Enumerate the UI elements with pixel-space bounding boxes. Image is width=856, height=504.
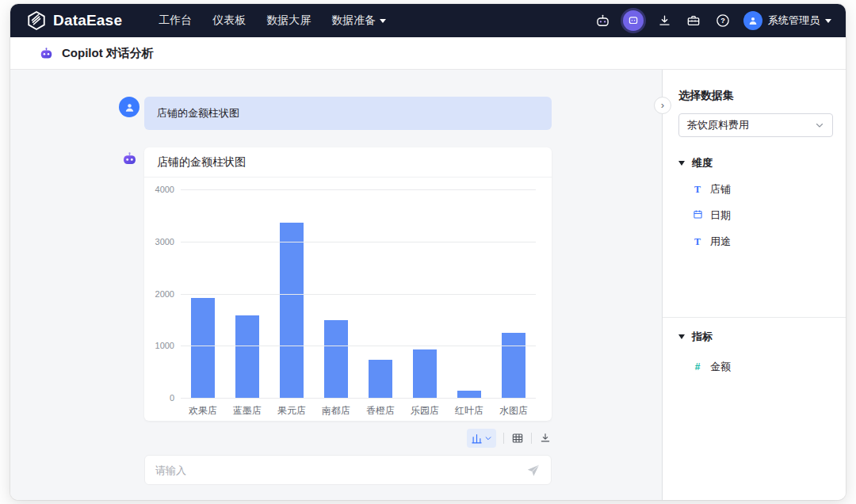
copilot-chat-icon[interactable] (623, 10, 644, 31)
x-axis-tick-label: 果元店 (269, 404, 314, 418)
caret-down-icon (678, 334, 685, 339)
chart-bars (181, 190, 536, 399)
y-axis-tick-label: 4000 (155, 185, 174, 194)
top-navbar: DataEase 工作台 仪表板 数据大屏 数据准备 ? (10, 4, 846, 37)
nav-workbench[interactable]: 工作台 (159, 13, 192, 28)
chart-gridline: 1000 (181, 346, 536, 346)
chat-panel: 店铺的金额柱状图 店铺的金额柱状图 01000200030004000 欢果店蓝… (10, 70, 662, 500)
assistant-message-row: 店铺的金额柱状图 01000200030004000 欢果店蓝墨店果元店南都店香… (119, 147, 662, 421)
dimension-field: T 店铺 (692, 182, 833, 197)
toolbar-divider (503, 433, 504, 444)
chevron-down-icon (815, 120, 824, 130)
measures-section-header[interactable]: 指标 (678, 330, 833, 344)
sidebar-divider (663, 317, 846, 318)
y-axis-tick-label: 1000 (155, 341, 174, 350)
help-icon[interactable]: ? (714, 12, 732, 29)
copilot-robot-icon (39, 46, 54, 61)
text-field-icon: T (692, 184, 703, 196)
chart-bar[interactable] (235, 315, 259, 399)
top-actions: ? 系统管理员 (594, 10, 831, 31)
caret-down-icon (678, 161, 685, 166)
x-axis-tick-label: 南都店 (314, 404, 358, 418)
y-axis-tick-label: 2000 (155, 289, 174, 299)
bar-slot (358, 190, 403, 399)
dimensions-section-header[interactable]: 维度 (678, 156, 833, 170)
x-axis-tick-label: 水图店 (491, 404, 536, 418)
chart-bar[interactable] (369, 360, 392, 399)
chart-type-button[interactable] (467, 429, 496, 448)
dataset-select-label: 选择数据集 (678, 89, 833, 103)
toolbar-divider (531, 433, 532, 444)
user-name: 系统管理员 (768, 13, 820, 28)
user-avatar (743, 11, 762, 30)
user-message-row: 店铺的金额柱状图 (119, 97, 662, 130)
bar-chart: 01000200030004000 欢果店蓝墨店果元店南都店香橙店乐园店红叶店水… (144, 178, 552, 421)
bar-slot (491, 190, 536, 399)
measure-field: # 金额 (692, 360, 833, 374)
app-window: DataEase 工作台 仪表板 数据大屏 数据准备 ? (10, 4, 846, 500)
brand-logo[interactable]: DataEase (26, 10, 122, 31)
chart-bar[interactable] (280, 223, 304, 399)
chat-input-bar (144, 455, 552, 485)
chevron-down-icon (484, 434, 492, 442)
bar-slot (447, 190, 491, 399)
user-menu[interactable]: 系统管理员 (743, 11, 831, 30)
user-avatar (119, 97, 139, 117)
chat-input[interactable] (155, 464, 525, 476)
dataease-logo-icon (26, 10, 47, 31)
send-icon[interactable] (525, 463, 541, 478)
dataset-select-value: 茶饮原料费用 (687, 118, 749, 132)
chart-gridline: 4000 (181, 189, 536, 190)
bar-slot (403, 190, 447, 399)
table-view-button[interactable] (511, 429, 524, 448)
collapse-sidebar-button[interactable]: › (654, 97, 671, 114)
bar-slot (225, 190, 269, 399)
main-nav: 工作台 仪表板 数据大屏 数据准备 (159, 13, 386, 28)
x-axis-tick-label: 乐园店 (403, 404, 447, 418)
chart-gridline: 3000 (181, 242, 536, 242)
bar-slot (269, 190, 314, 399)
nav-data-preparation[interactable]: 数据准备 (331, 13, 386, 28)
bar-slot (314, 190, 358, 399)
user-message-bubble: 店铺的金额柱状图 (144, 97, 552, 130)
y-axis-tick-label: 3000 (155, 237, 174, 246)
text-field-icon: T (692, 236, 703, 248)
toolbox-icon[interactable] (685, 12, 702, 29)
brand-name: DataEase (53, 12, 122, 29)
number-field-icon: # (692, 361, 703, 372)
x-axis-tick-label: 欢果店 (181, 404, 225, 418)
download-chart-button[interactable] (539, 429, 552, 448)
svg-text:?: ? (720, 17, 725, 25)
y-axis-tick-label: 0 (170, 393, 174, 403)
chart-gridline: 0 (181, 398, 536, 399)
ai-assistant-icon[interactable] (594, 12, 611, 29)
chart-bar[interactable] (324, 320, 348, 399)
date-field-icon (692, 209, 703, 222)
dataset-select[interactable]: 茶饮原料费用 (678, 113, 833, 137)
bar-slot (181, 190, 225, 399)
chart-toolbar (144, 429, 552, 448)
chevron-down-icon (380, 19, 386, 23)
chart-bar[interactable] (191, 298, 215, 399)
page-title: Copilot 对话分析 (62, 46, 154, 61)
chart-x-labels: 欢果店蓝墨店果元店南都店香橙店乐园店红叶店水图店 (181, 399, 536, 418)
chart-gridline: 2000 (181, 294, 536, 295)
chart-plot-area: 01000200030004000 (181, 190, 536, 399)
dimension-field: T 用途 (692, 235, 833, 249)
dataset-sidebar: › 选择数据集 茶饮原料费用 维度 T 店铺 日期 T (662, 70, 846, 500)
chart-card: 店铺的金额柱状图 01000200030004000 欢果店蓝墨店果元店南都店香… (144, 147, 552, 421)
x-axis-tick-label: 香橙店 (358, 404, 403, 418)
copilot-page-header: Copilot 对话分析 (10, 37, 846, 70)
chart-bar[interactable] (413, 349, 437, 399)
content-area: 店铺的金额柱状图 店铺的金额柱状图 01000200030004000 欢果店蓝… (10, 70, 846, 500)
x-axis-tick-label: 红叶店 (447, 404, 491, 418)
nav-data-screen[interactable]: 数据大屏 (266, 13, 311, 28)
x-axis-tick-label: 蓝墨店 (225, 404, 269, 418)
chart-bar[interactable] (502, 333, 525, 399)
nav-dashboard[interactable]: 仪表板 (212, 13, 246, 28)
assistant-robot-avatar (121, 151, 138, 167)
chart-title: 店铺的金额柱状图 (144, 147, 552, 178)
chevron-down-icon (825, 19, 831, 23)
dimension-field: 日期 (692, 208, 833, 223)
download-icon[interactable] (655, 12, 673, 29)
